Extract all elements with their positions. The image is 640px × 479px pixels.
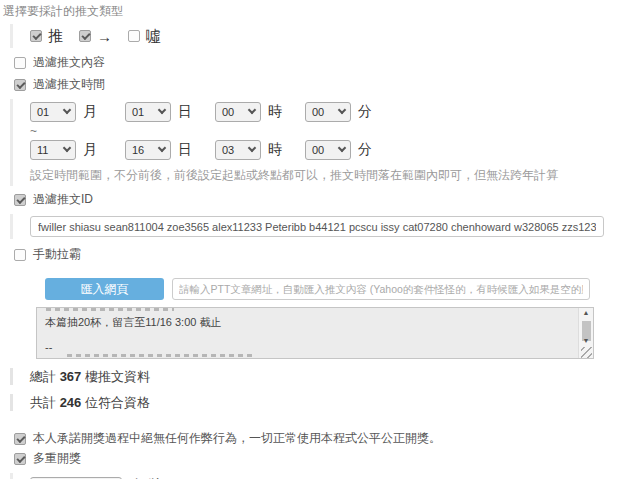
post-content-line: 本篇抽20杯，留言至11/16 3:00 截止 (45, 315, 593, 330)
month-unit-label: 月 (83, 141, 97, 159)
filter-content-row[interactable]: 過濾推文內容 (14, 55, 640, 70)
arrow-checkbox[interactable] (79, 30, 91, 42)
scroll-up-icon[interactable]: ▲ (583, 308, 590, 318)
multi-draw-label: 多重開獎 (33, 450, 81, 467)
filter-id-checkbox[interactable] (14, 194, 26, 206)
push-type-option-arrow[interactable]: → (79, 28, 112, 45)
push-type-options: 推 → 噓 (10, 24, 640, 48)
manual-slot-checkbox[interactable] (14, 249, 26, 261)
hour-unit-label: 時 (268, 141, 282, 159)
id-filter-block (10, 214, 640, 239)
minute-unit-label: 分 (358, 141, 372, 159)
resize-grip-icon[interactable] (581, 347, 592, 358)
chevron-down-icon (248, 106, 256, 114)
multi-draw-row[interactable]: 多重開獎 (14, 451, 640, 466)
chevron-down-icon (338, 144, 346, 152)
post-content-textarea[interactable]: 本篇抽20杯，留言至11/16 3:00 截止 -- ▲ ▼ (36, 307, 594, 359)
time-range-block: 01 月 01 日 00 時 00 分 ~ 11 月 16 (10, 99, 640, 186)
time-range-note: 設定時間範圍，不分前後，前後設定起點或終點都可以，推文時間落在範圍內即可，但無法… (30, 167, 640, 184)
id-filter-input[interactable] (30, 216, 604, 237)
push-type-option-push[interactable]: 推 (30, 27, 63, 46)
filter-time-label: 過濾推文時間 (33, 76, 105, 93)
start-month-select[interactable]: 01 (30, 102, 76, 122)
chevron-down-icon (63, 144, 71, 152)
filter-time-checkbox[interactable] (14, 79, 26, 91)
filter-content-checkbox[interactable] (14, 57, 26, 69)
chevron-down-icon (158, 144, 166, 152)
scroll-down-icon[interactable]: ▼ (583, 336, 590, 346)
qualified-count-stat: 共計 246 位符合資格 (10, 394, 640, 411)
time-range-end-row: 11 月 16 日 03 時 00 分 (30, 139, 640, 161)
end-minute-select[interactable]: 00 (305, 140, 351, 160)
qualified-count-value: 246 (60, 395, 82, 410)
pledge-label: 本人承諾開獎過程中絕無任何作弊行為，一切正常使用本程式公平公正開獎。 (33, 430, 441, 447)
push-type-title: 選擇要採計的推文類型 (3, 3, 640, 20)
pledge-row[interactable]: 本人承諾開獎過程中絕無任何作弊行為，一切正常使用本程式公平公正開獎。 (14, 431, 640, 446)
total-pushes-value: 367 (60, 369, 82, 384)
filter-time-row[interactable]: 過濾推文時間 (14, 77, 640, 92)
prize-count-block: 20 個獎項 此選項可一次開出多位得獎者 (10, 473, 640, 479)
end-month-select[interactable]: 11 (30, 140, 76, 160)
arrow-label: → (97, 28, 112, 45)
push-checkbox[interactable] (30, 30, 42, 42)
day-unit-label: 日 (178, 103, 192, 121)
end-day-select[interactable]: 16 (125, 140, 171, 160)
hour-unit-label: 時 (268, 103, 282, 121)
chevron-down-icon (338, 106, 346, 114)
article-url-input[interactable] (172, 278, 590, 300)
chevron-down-icon (248, 144, 256, 152)
push-label: 推 (48, 27, 63, 46)
filter-id-label: 過濾推文ID (33, 191, 93, 208)
chevron-down-icon (63, 106, 71, 114)
multi-draw-checkbox[interactable] (14, 453, 26, 465)
push-type-option-boo[interactable]: 噓 (128, 27, 161, 46)
chevron-down-icon (158, 106, 166, 114)
minute-unit-label: 分 (358, 103, 372, 121)
clipped-text-line (67, 354, 252, 357)
filter-content-label: 過濾推文內容 (33, 54, 105, 71)
clipped-text-line (46, 308, 174, 311)
ptt-lottery-page: 選擇要採計的推文類型 推 → 噓 過濾推文內容 過濾推文時間 01 月 01 (0, 0, 640, 479)
day-unit-label: 日 (178, 141, 192, 159)
start-hour-select[interactable]: 00 (215, 102, 261, 122)
import-row: 匯入網頁 (45, 278, 640, 300)
end-hour-select[interactable]: 03 (215, 140, 261, 160)
range-separator: ~ (30, 124, 640, 138)
total-pushes-stat: 總計 367 樓推文資料 (10, 368, 640, 385)
start-minute-select[interactable]: 00 (305, 102, 351, 122)
start-day-select[interactable]: 01 (125, 102, 171, 122)
pledge-checkbox[interactable] (14, 433, 26, 445)
time-range-start-row: 01 月 01 日 00 時 00 分 (30, 101, 640, 123)
filter-id-row[interactable]: 過濾推文ID (14, 192, 640, 207)
post-content-line: -- (45, 341, 52, 353)
manual-slot-label: 手動拉霸 (33, 246, 81, 263)
boo-checkbox[interactable] (128, 30, 140, 42)
month-unit-label: 月 (83, 103, 97, 121)
manual-slot-row[interactable]: 手動拉霸 (14, 247, 640, 262)
import-page-button[interactable]: 匯入網頁 (45, 278, 164, 300)
boo-label: 噓 (146, 27, 161, 46)
